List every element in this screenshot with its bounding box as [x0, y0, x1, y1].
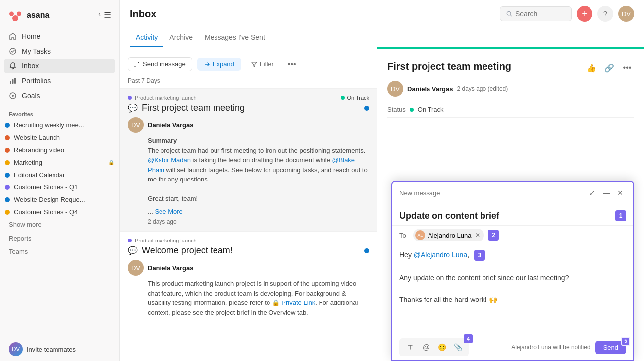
panel-author-avatar: DV — [387, 81, 403, 97]
sidebar-item-portfolios[interactable]: Portfolios — [4, 73, 115, 88]
expand-compose-button[interactable]: ⤢ — [587, 187, 598, 199]
message-body-2: This product marketing launch project is… — [128, 279, 369, 317]
sidebar-item-marketing[interactable]: Marketing 🔒 — [0, 156, 119, 169]
sidebar-item-rebranding[interactable]: Rebranding video — [0, 144, 119, 156]
remove-recipient-button[interactable]: ✕ — [475, 232, 480, 239]
add-button[interactable]: + — [577, 6, 592, 22]
help-button[interactable]: ? — [597, 6, 613, 22]
at-mention-button[interactable]: @ — [419, 340, 433, 354]
send-message-button[interactable]: Send message — [128, 57, 192, 71]
on-track-badge: On Track — [341, 95, 369, 101]
search-box[interactable] — [500, 6, 572, 21]
compose-body-line2: Any update on the content brief since ou… — [399, 272, 626, 283]
sidebar-item-customer-stories-q4-label: Customer Stories - Q4 — [14, 208, 78, 216]
see-more-link[interactable]: See More — [155, 208, 182, 215]
sidebar-item-goals-label: Goals — [22, 92, 40, 100]
sidebar-item-website-design[interactable]: Website Design Reque... — [0, 193, 119, 206]
goals-icon — [9, 92, 17, 100]
tab-messages-sent[interactable]: Messages I've Sent — [199, 28, 271, 47]
panel-actions: 👍 🔗 ••• — [585, 61, 634, 75]
message-time-1: 2 days ago — [128, 218, 369, 225]
project-dot — [5, 135, 10, 140]
step-badge-5: 5 — [621, 337, 630, 346]
svg-point-0 — [12, 15, 18, 21]
close-compose-button[interactable]: ✕ — [614, 187, 626, 199]
sidebar-item-my-tasks[interactable]: My Tasks — [4, 44, 115, 59]
svg-point-8 — [12, 95, 14, 97]
sidebar-item-teams[interactable]: Teams — [0, 244, 119, 257]
sidebar-item-recruiting[interactable]: Recruiting weekly mee... — [0, 119, 119, 131]
recipient-chip[interactable]: AL Alejandro Luna ✕ — [413, 229, 484, 241]
message-card-2[interactable]: Product marketing launch 💬 Welcome proje… — [120, 231, 377, 323]
header-right: + ? DV — [500, 6, 634, 22]
compose-to-label: To — [399, 232, 409, 239]
check-circle-icon — [9, 47, 17, 55]
sidebar-item-website-design-label: Website Design Reque... — [14, 196, 85, 203]
project-dot — [5, 148, 10, 153]
panel-author-name: Daniela Vargas — [407, 85, 453, 93]
compose-header-actions: ⤢ — ✕ — [587, 187, 626, 199]
invite-avatar: DV — [9, 342, 23, 356]
filter-icon — [251, 61, 257, 67]
author-avatar-2: DV — [128, 260, 144, 276]
sidebar-item-editorial[interactable]: Editorial Calendar — [0, 169, 119, 181]
sidebar-item-my-tasks-label: My Tasks — [22, 47, 51, 55]
sidebar-item-customer-stories-q1[interactable]: Customer Stories - Q1 — [0, 181, 119, 193]
like-button[interactable]: 👍 — [585, 61, 598, 75]
compose-body[interactable]: Hey @Alejandro Luna, 3 Any update on the… — [392, 244, 633, 334]
bell-icon — [9, 62, 17, 70]
emoji-button[interactable]: 🙂 — [435, 340, 449, 354]
logo[interactable]: asana — [8, 8, 49, 23]
message-author-row-1: DV Daniela Vargas — [128, 117, 369, 133]
panel-on-track-dot — [410, 108, 414, 112]
message-title-2: Welcome project team! — [142, 245, 360, 256]
more-options-button[interactable]: ••• — [284, 58, 300, 71]
expand-button[interactable]: Expand — [197, 58, 241, 71]
unread-dot-1 — [364, 106, 369, 111]
sidebar-menu-icon[interactable]: ☰ — [104, 10, 111, 21]
message-card-1[interactable]: Product marketing launch On Track 💬 Firs… — [120, 88, 377, 231]
asana-logo-icon — [8, 8, 23, 23]
see-more-row: ... See More — [128, 207, 369, 217]
text-format-button[interactable] — [403, 340, 417, 354]
svg-rect-4 — [10, 81, 11, 84]
message-header-1: 💬 First project team meeting — [128, 103, 369, 113]
message-extra-1: Great start, team! — [148, 195, 198, 202]
compose-footer-right: Alejandro Luna will be notified Send 5 — [511, 341, 626, 354]
search-icon — [506, 10, 512, 17]
messages-toolbar: Send message Expand Filter ••• — [120, 53, 377, 75]
message-body-1: Summary The project team had our first m… — [128, 136, 369, 204]
send-compose-button[interactable]: Send 5 — [595, 341, 626, 354]
filter-button[interactable]: Filter — [246, 58, 279, 71]
link-button[interactable]: 🔗 — [602, 61, 616, 75]
sidebar-item-home[interactable]: Home — [4, 29, 115, 44]
sidebar-header: asana ‹ ☰ — [0, 0, 119, 27]
sidebar-item-goals[interactable]: Goals — [4, 88, 115, 103]
author-name-1: Daniela Vargas — [148, 121, 194, 129]
private-link[interactable]: 🔒 Private Link — [272, 299, 316, 306]
step-badge-4: 4 — [464, 334, 473, 343]
attachment-button[interactable]: 📎 — [451, 340, 465, 354]
tab-activity[interactable]: Activity — [130, 28, 163, 47]
search-input[interactable] — [515, 10, 565, 18]
sidebar-item-inbox[interactable]: Inbox — [4, 59, 115, 73]
user-avatar[interactable]: DV — [618, 6, 634, 22]
project-dot — [5, 210, 10, 215]
panel-status-bar — [377, 47, 644, 49]
step-badge-3: 3 — [474, 250, 485, 261]
more-panel-button[interactable]: ••• — [620, 61, 634, 75]
minimize-compose-button[interactable]: — — [600, 187, 612, 199]
panel-author-row: DV Daniela Vargas 2 days ago (edited) — [387, 81, 634, 97]
invite-teammates-button[interactable]: DV Invite teammates — [0, 337, 119, 361]
sidebar-item-customer-stories-q4[interactable]: Customer Stories - Q4 — [0, 206, 119, 218]
sidebar-item-website-launch[interactable]: Website Launch — [0, 131, 119, 144]
panel-top: First project team meeting 👍 🔗 ••• — [387, 61, 634, 75]
tabs: Activity Archive Messages I've Sent — [120, 28, 644, 47]
collapse-sidebar-icon[interactable]: ‹ — [98, 10, 101, 21]
bar-chart-icon — [9, 77, 17, 85]
show-more-button[interactable]: Show more — [0, 218, 119, 231]
compose-subject-row: Update on content brief 1 — [392, 204, 633, 225]
invite-teammates-label: Invite teammates — [27, 346, 76, 353]
tab-archive[interactable]: Archive — [163, 28, 199, 47]
sidebar-item-reports[interactable]: Reports — [0, 231, 119, 244]
